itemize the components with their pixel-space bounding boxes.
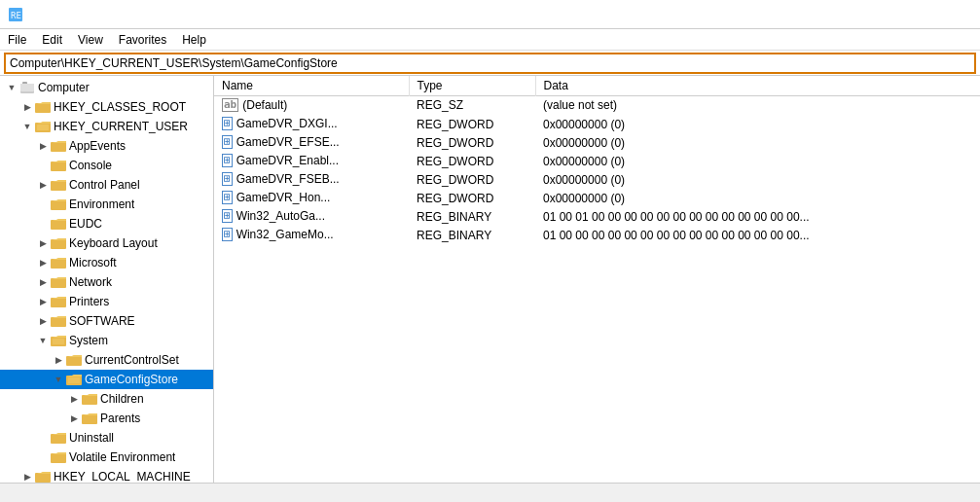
entry-name: Win32_GameMo... (236, 228, 334, 241)
tree-item-printers[interactable]: Printers (0, 292, 213, 311)
cell-data: 0x00000000 (0) (535, 152, 980, 170)
svg-rect-24 (82, 414, 97, 424)
tree-label-volatile-environment: Volatile Environment (69, 450, 175, 464)
tree-item-children[interactable]: Children (0, 389, 213, 409)
address-input[interactable] (4, 53, 976, 74)
svg-rect-15 (51, 278, 66, 288)
tree-toggle-computer[interactable] (4, 80, 19, 95)
minimize-button[interactable] (838, 0, 883, 29)
tree-item-game-config-store[interactable]: GameConfigStore (0, 370, 213, 389)
computer-icon (19, 81, 35, 94)
tree-toggle-network[interactable] (35, 274, 51, 290)
tree-label-hkey-local-machine: HKEY_LOCAL_MACHINE (54, 470, 191, 483)
table-row[interactable]: ⊞GameDVR_EFSE...REG_DWORD0x00000000 (0) (214, 133, 980, 152)
tree-toggle-system[interactable] (35, 333, 51, 348)
folder-icon-hkey-classes-root (35, 100, 51, 114)
cell-name: ⊞Win32_GameMo... (214, 226, 409, 244)
svg-rect-11 (51, 200, 66, 210)
tree-item-eudc[interactable]: EUDC (0, 214, 213, 233)
tree-toggle-microsoft[interactable] (35, 255, 51, 270)
svg-rect-23 (82, 395, 97, 405)
tree-item-parents[interactable]: Parents (0, 409, 213, 428)
menu-help[interactable]: Help (174, 29, 214, 50)
menu-view[interactable]: View (70, 29, 111, 50)
tree-item-software[interactable]: SOFTWARE (0, 311, 213, 331)
table-row[interactable]: ⊞GameDVR_Hon...REG_DWORD0x00000000 (0) (214, 189, 980, 207)
cell-data: 0x00000000 (0) (535, 170, 980, 189)
tree-item-computer[interactable]: Computer (0, 78, 213, 97)
entry-name: GameDVR_Hon... (236, 191, 331, 204)
tree-label-current-control-set: CurrentControlSet (85, 353, 179, 367)
tree-toggle-printers[interactable] (35, 294, 51, 309)
tree-item-uninstall[interactable]: Uninstall (0, 428, 213, 448)
tree-label-game-config-store: GameConfigStore (85, 373, 178, 386)
cell-type: REG_DWORD (409, 189, 535, 207)
tree-label-appevents: AppEvents (69, 139, 126, 153)
table-row[interactable]: ⊞GameDVR_DXGI...REG_DWORD0x00000000 (0) (214, 115, 980, 133)
folder-icon-system (51, 334, 66, 347)
table-row[interactable]: ⊞Win32_AutoGa...REG_BINARY01 00 01 00 00… (214, 207, 980, 226)
col-name[interactable]: Name (214, 76, 409, 96)
col-type[interactable]: Type (409, 76, 535, 96)
tree-item-volatile-environment[interactable]: Volatile Environment (0, 448, 213, 467)
detail-pane: Name Type Data ab(Default)REG_SZ(value n… (214, 76, 980, 483)
tree-label-software: SOFTWARE (69, 314, 135, 328)
table-row[interactable]: ⊞GameDVR_FSEB...REG_DWORD0x00000000 (0) (214, 170, 980, 189)
table-row[interactable]: ⊞GameDVR_Enabl...REG_DWORD0x00000000 (0) (214, 152, 980, 170)
tree-toggle-parents[interactable] (66, 411, 82, 426)
tree-item-hkey-current-user[interactable]: HKEY_CURRENT_USER (0, 117, 213, 136)
reg-icon: ⊞ (222, 209, 233, 223)
tree-toggle-children[interactable] (66, 391, 82, 407)
tree-item-console[interactable]: Console (0, 156, 213, 175)
tree-item-environment[interactable]: Environment (0, 195, 213, 214)
app-icon: RE (8, 7, 23, 22)
cell-data: 01 00 01 00 00 00 00 00 00 00 00 00 00 0… (535, 207, 980, 226)
tree-label-keyboard-layout: Keyboard Layout (69, 236, 158, 250)
tree-label-parents: Parents (100, 412, 140, 425)
tree-toggle-game-config-store[interactable] (51, 372, 66, 387)
folder-icon-hkey-current-user (35, 120, 51, 133)
tree-toggle-control-panel[interactable] (35, 177, 51, 193)
close-button[interactable] (927, 0, 972, 29)
tree-toggle-keyboard-layout[interactable] (35, 235, 51, 251)
table-row[interactable]: ab(Default)REG_SZ(value not set) (214, 96, 980, 116)
menu-file[interactable]: File (0, 29, 34, 50)
detail-table: Name Type Data ab(Default)REG_SZ(value n… (214, 76, 980, 245)
tree-item-system[interactable]: System (0, 331, 213, 350)
tree-pane[interactable]: Computer HKEY_CLASSES_ROOT HKEY_CURRENT_… (0, 76, 214, 483)
svg-rect-4 (20, 84, 34, 91)
entry-name: GameDVR_DXGI... (236, 117, 338, 130)
tree-item-control-panel[interactable]: Control Panel (0, 175, 213, 195)
tree-toggle-appevents[interactable] (35, 138, 51, 154)
tree-label-computer: Computer (38, 81, 90, 94)
cell-name: ⊞GameDVR_DXGI... (214, 115, 409, 133)
maximize-button[interactable] (883, 0, 927, 29)
cell-type: REG_DWORD (409, 115, 535, 133)
tree-item-microsoft[interactable]: Microsoft (0, 253, 213, 272)
tree-toggle-hkey-classes-root[interactable] (19, 99, 35, 115)
cell-data: 0x00000000 (0) (535, 115, 980, 133)
folder-icon-parents (82, 412, 97, 425)
tree-toggle-current-control-set[interactable] (51, 352, 66, 368)
tree-item-hkey-classes-root[interactable]: HKEY_CLASSES_ROOT (0, 97, 213, 117)
cell-type: REG_DWORD (409, 133, 535, 152)
tree-toggle-hkey-local-machine[interactable] (19, 469, 35, 483)
svg-rect-22 (68, 377, 80, 383)
tree-item-appevents[interactable]: AppEvents (0, 136, 213, 156)
entry-name: GameDVR_FSEB... (236, 172, 340, 186)
tree-item-network[interactable]: Network (0, 272, 213, 292)
menu-edit[interactable]: Edit (34, 29, 70, 50)
col-data[interactable]: Data (535, 76, 980, 96)
table-row[interactable]: ⊞Win32_GameMo...REG_BINARY01 00 00 00 00… (214, 226, 980, 244)
folder-icon-console (51, 159, 66, 172)
tree-item-keyboard-layout[interactable]: Keyboard Layout (0, 233, 213, 253)
menu-favorites[interactable]: Favorites (111, 29, 174, 50)
tree-item-hkey-local-machine[interactable]: HKEY_LOCAL_MACHINE (0, 467, 213, 483)
entry-name: GameDVR_EFSE... (236, 135, 340, 149)
tree-toggle-hkey-current-user[interactable] (19, 119, 35, 134)
tree-item-current-control-set[interactable]: CurrentControlSet (0, 350, 213, 370)
folder-icon-uninstall (51, 431, 66, 445)
tree-label-uninstall: Uninstall (69, 431, 114, 445)
tree-label-network: Network (69, 275, 112, 289)
tree-toggle-software[interactable] (35, 313, 51, 329)
